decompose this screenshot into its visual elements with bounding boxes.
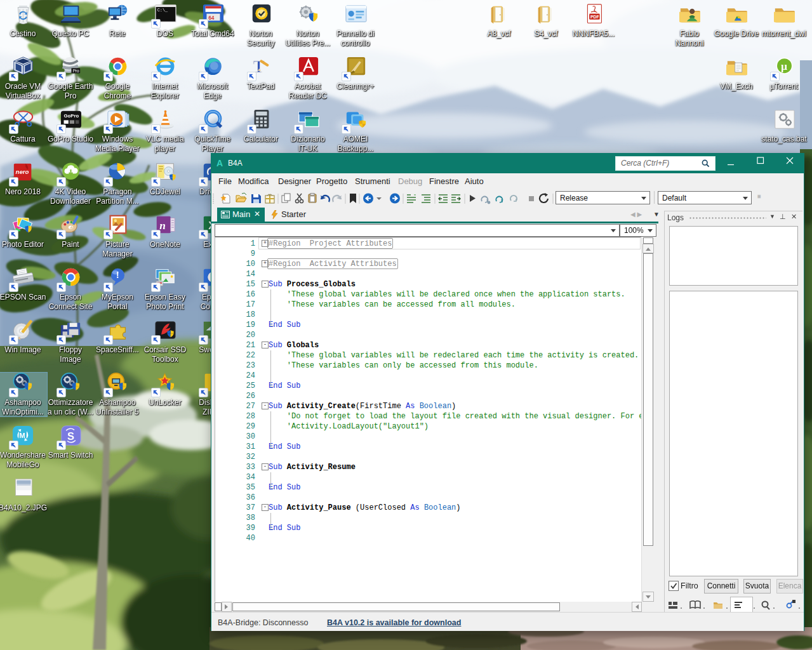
svg-text:nero: nero: [15, 168, 29, 175]
svg-text:C:\_: C:\_: [157, 8, 168, 13]
svg-text:!: !: [116, 270, 119, 280]
svg-text:PDF: PDF: [590, 15, 599, 19]
svg-text:Pro: Pro: [72, 69, 79, 73]
svg-text:M: M: [19, 432, 25, 439]
svg-text:64: 64: [208, 15, 215, 21]
svg-text:S: S: [67, 430, 74, 442]
svg-text:µ: µ: [781, 60, 787, 72]
svg-text:GoPro: GoPro: [63, 113, 79, 119]
